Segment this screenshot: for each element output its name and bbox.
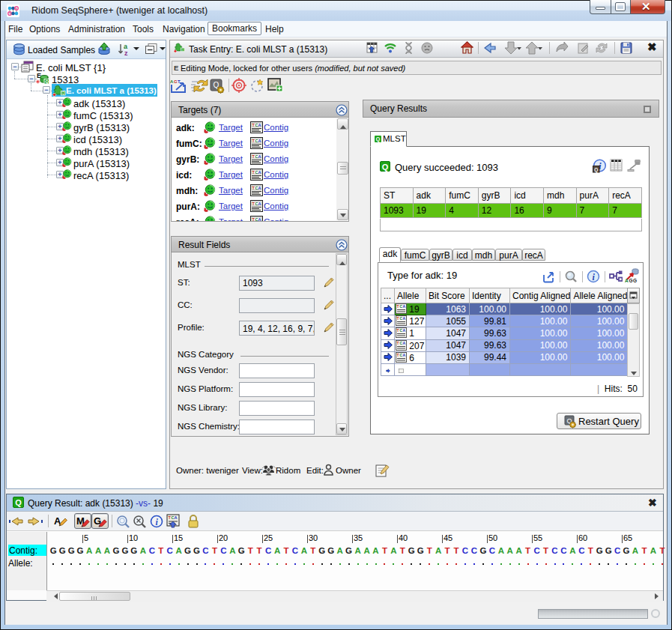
svg-text:A: A xyxy=(403,304,406,309)
svg-text:T: T xyxy=(397,304,399,309)
svg-text:Q: Q xyxy=(181,49,184,52)
svg-text:z: z xyxy=(124,49,128,57)
svg-text:A: A xyxy=(403,341,406,345)
svg-text:A: A xyxy=(258,202,261,206)
svg-text:A: A xyxy=(403,328,406,333)
svg-text:G: G xyxy=(633,278,637,283)
svg-text:Q: Q xyxy=(594,167,598,173)
svg-text:i: i xyxy=(156,517,159,527)
svg-text:A: A xyxy=(403,353,406,357)
svg-text:G: G xyxy=(629,278,633,283)
svg-text:A: A xyxy=(175,515,178,520)
svg-text:T: T xyxy=(397,316,399,321)
svg-text:Q: Q xyxy=(62,91,65,95)
svg-text:A: A xyxy=(403,316,406,321)
svg-text:A: A xyxy=(258,122,261,127)
svg-text:A: A xyxy=(258,138,261,142)
svg-text:A: A xyxy=(258,185,261,190)
svg-text:A: A xyxy=(258,154,261,158)
svg-text:A: A xyxy=(625,278,629,283)
svg-text:T: T xyxy=(397,341,399,345)
svg-text:T: T xyxy=(397,328,399,333)
svg-text:A: A xyxy=(258,169,261,174)
svg-text:T: T xyxy=(397,353,399,357)
svg-text:Q: Q xyxy=(46,79,49,84)
svg-text:A: A xyxy=(258,217,261,222)
